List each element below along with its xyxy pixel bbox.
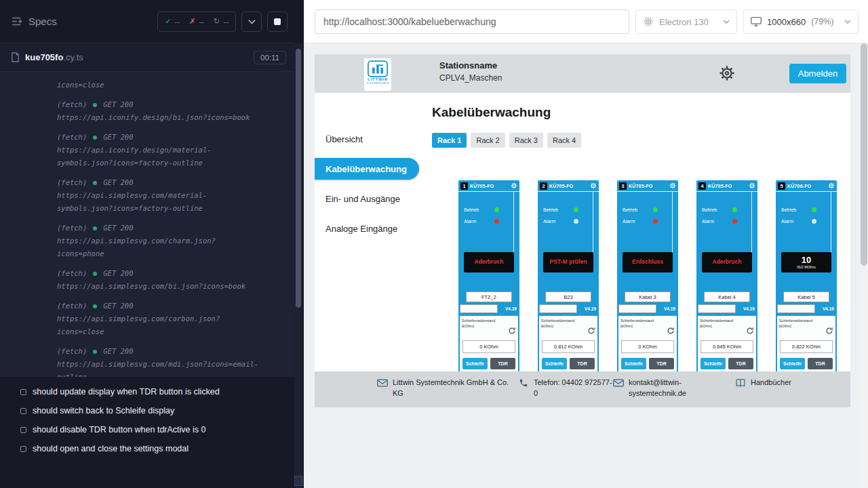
tdr-button[interactable]: TDR [570, 358, 595, 369]
betrieb-label: Betrieb [702, 207, 717, 212]
chevron-down-icon [844, 20, 851, 24]
refresh-icon[interactable] [667, 327, 675, 335]
cable-input[interactable] [618, 304, 656, 313]
tdr-button[interactable]: TDR [808, 358, 833, 369]
footer-phone-text: Telefon: 04402 972577-0 [534, 378, 613, 399]
test-title: should open and close the settings modal [33, 444, 189, 453]
reporter-scroll-corner[interactable] [294, 476, 303, 486]
app-header: LITTWIN SYSTEMTECHNIK Stationsname CPLV4… [315, 54, 850, 93]
network-request-log[interactable]: (fetch) GET 200 https://api.simplesvg.co… [57, 176, 281, 215]
card-divider [831, 192, 831, 252]
schleife-button[interactable]: Schleife [701, 358, 726, 369]
page-scrollbar-thumb[interactable] [861, 43, 867, 266]
test-timer: 00:11 [254, 51, 286, 64]
browser-selector[interactable]: Electron 130 [635, 9, 737, 34]
schleife-button[interactable]: Schleife [621, 358, 646, 369]
footer-manuals-text: Handbücher [751, 378, 791, 388]
device-model: KÜ705-FO [470, 184, 494, 188]
sidebar-item[interactable]: Kabelüberwachung [315, 158, 419, 180]
pending-count: ↻-- [209, 17, 233, 26]
measurement-value: 0 KOhm [621, 340, 674, 353]
rack-tab[interactable]: Rack 2 [471, 133, 505, 148]
betrieb-label: Betrieb [781, 207, 796, 212]
device-settings-icon[interactable] [828, 182, 835, 189]
network-request-log[interactable]: (fetch) GET 200 https://api.simplesvg.co… [57, 222, 281, 260]
test-case[interactable]: should switch back to Schleife display [0, 401, 294, 420]
footer-manuals-link[interactable]: Handbücher [735, 378, 791, 388]
viewport-selector[interactable]: 1000x660 (79%) [743, 9, 859, 34]
tdr-button[interactable]: TDR [728, 358, 753, 369]
test-case[interactable]: should update display when TDR button is… [0, 382, 294, 401]
network-request-log[interactable]: (fetch) GET 200 https://api.iconify.desi… [57, 98, 281, 124]
card-divider [593, 192, 593, 252]
measurement-panel: Schleifenwiderstand [kOhm] 0 KOhm Schlei… [618, 316, 677, 371]
schleife-button[interactable]: Schleife [462, 358, 488, 369]
stop-tests-button[interactable] [267, 12, 288, 32]
device-settings-icon[interactable] [590, 182, 597, 189]
refresh-icon[interactable] [587, 327, 595, 335]
network-request-log[interactable]: (fetch) GET 200 https://api.iconify.desi… [57, 131, 281, 169]
tdr-button[interactable]: TDR [490, 358, 515, 369]
reporter-scrollbar-thumb[interactable] [296, 49, 301, 308]
network-request-log[interactable]: (fetch) GET 200 https://api.simplesvg.co… [57, 267, 281, 293]
app-sidebar: Übersicht Kabelüberwachung Ein- und Ausg… [315, 93, 427, 371]
display-main-text: PST-M prüfen [550, 259, 587, 265]
electron-icon [643, 16, 654, 27]
test-case[interactable]: should open and close the settings modal [0, 439, 294, 458]
cable-input[interactable] [777, 304, 815, 313]
cable-name-field[interactable]: Kabel 4 [704, 291, 750, 302]
refresh-icon[interactable] [746, 327, 754, 335]
cable-input[interactable] [539, 304, 577, 313]
device-number: 3 [619, 182, 627, 190]
version-row: V4.19 [618, 304, 677, 313]
pending-icon: ↻ [214, 17, 220, 26]
cable-name-field[interactable]: Kabel 5 [783, 291, 829, 302]
schleife-button[interactable]: Schleife [542, 358, 567, 369]
cable-name-field[interactable]: B23 [545, 291, 591, 302]
device-settings-icon[interactable] [749, 182, 755, 189]
app-footer: Littwin Systemtechnik GmbH & Co. KG Tele… [315, 371, 850, 407]
network-request-log[interactable]: (fetch) GET 200 https://api.simplesvg.co… [57, 300, 281, 338]
footer-email[interactable]: kontakt@littwin-systemtechnik.de [613, 378, 691, 399]
alarm-label: Alarm [464, 219, 476, 224]
version-row: V4.19 [698, 304, 756, 313]
viewport-zoom: (79%) [811, 17, 833, 26]
refresh-icon[interactable] [825, 327, 833, 335]
test-case[interactable]: should disable TDR button when tdrActive… [0, 420, 294, 439]
littwin-logo-icon [368, 60, 388, 77]
request-url: https://api.iconify.design/bi.json?icons… [57, 111, 281, 124]
cable-input[interactable] [698, 304, 736, 313]
firmware-version: V4.19 [585, 306, 597, 311]
cable-name-field[interactable]: Kabel 3 [625, 291, 671, 302]
sidebar-item[interactable]: Übersicht [315, 128, 427, 150]
request-status-line: (fetch) GET 200 [57, 345, 281, 358]
cable-name-field[interactable]: FTZ_2 [466, 291, 512, 302]
reporter-scrollbar[interactable] [294, 43, 302, 488]
rack-tab[interactable]: Rack 1 [432, 133, 467, 148]
tdr-button[interactable]: TDR [649, 358, 674, 369]
device-settings-icon[interactable] [669, 182, 676, 189]
request-url: https://api.iconify.design/material-symb… [57, 144, 281, 169]
request-status: GET 200 [103, 345, 133, 358]
network-request-log[interactable]: (fetch) GET 200 https://api.simplesvg.co… [57, 345, 281, 377]
card-divider [672, 192, 673, 252]
schleife-button[interactable]: Schleife [780, 358, 805, 369]
rack-tab[interactable]: Rack 4 [547, 133, 581, 148]
logout-button[interactable]: Abmelden [789, 64, 846, 83]
collapse-log-button[interactable] [241, 12, 262, 32]
alarm-led-row: Alarm [543, 219, 578, 224]
spec-filename[interactable]: kue705fo.cy.ts [25, 52, 83, 62]
request-status: GET 200 [103, 131, 133, 144]
page-scrollbar[interactable] [860, 43, 868, 488]
cable-input[interactable] [460, 304, 498, 313]
address-bar[interactable]: http://localhost:3000/kabelueberwachung [315, 9, 629, 34]
sidebar-item[interactable]: Analoge Eingänge [315, 218, 427, 239]
settings-gear-icon[interactable] [719, 65, 735, 81]
specs-nav-button[interactable]: Specs [11, 16, 57, 27]
device-settings-icon[interactable] [511, 182, 517, 189]
refresh-icon[interactable] [508, 327, 516, 335]
firmware-version: V4.19 [743, 306, 756, 311]
device-display: Aderbruch [464, 252, 514, 272]
sidebar-item[interactable]: Ein- und Ausgänge [315, 188, 427, 209]
rack-tab[interactable]: Rack 3 [509, 133, 543, 148]
